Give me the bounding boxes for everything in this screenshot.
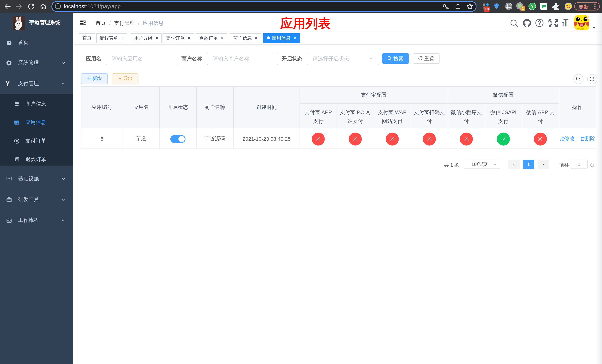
svg-text:Y: Y [531, 4, 534, 9]
svg-text:1: 1 [522, 7, 524, 11]
svg-text:10: 10 [485, 7, 489, 11]
